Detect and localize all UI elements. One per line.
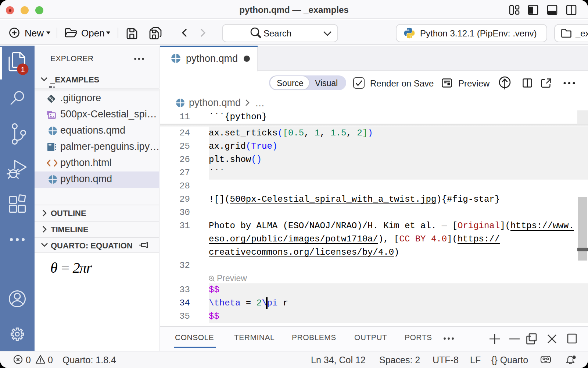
svg-text:1: 1 bbox=[21, 65, 25, 74]
